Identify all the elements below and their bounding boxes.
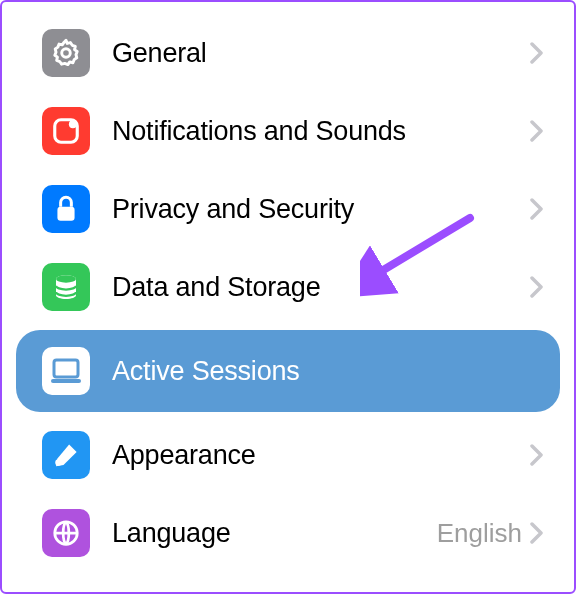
settings-panel: General Notifications and Sounds Privacy… xyxy=(0,0,576,594)
chevron-right-icon xyxy=(530,120,544,142)
globe-icon xyxy=(42,509,90,557)
svg-point-9 xyxy=(55,459,62,466)
svg-rect-3 xyxy=(57,207,74,221)
svg-point-0 xyxy=(62,49,71,58)
chevron-right-icon xyxy=(530,198,544,220)
settings-item-language[interactable]: Language English xyxy=(2,494,574,572)
settings-item-label: Privacy and Security xyxy=(112,194,530,225)
settings-item-label: Notifications and Sounds xyxy=(112,116,530,147)
lock-icon xyxy=(42,185,90,233)
laptop-icon xyxy=(42,347,90,395)
svg-rect-8 xyxy=(51,379,81,383)
database-icon xyxy=(42,263,90,311)
settings-item-notifications[interactable]: Notifications and Sounds xyxy=(2,92,574,170)
settings-item-data[interactable]: Data and Storage xyxy=(2,248,574,326)
settings-item-label: Language xyxy=(112,518,437,549)
settings-item-label: Data and Storage xyxy=(112,272,530,303)
chevron-right-icon xyxy=(530,444,544,466)
settings-item-privacy[interactable]: Privacy and Security xyxy=(2,170,574,248)
settings-item-general[interactable]: General xyxy=(2,14,574,92)
settings-item-appearance[interactable]: Appearance xyxy=(2,416,574,494)
gear-icon xyxy=(42,29,90,77)
settings-item-label: General xyxy=(112,38,530,69)
svg-point-2 xyxy=(69,120,77,128)
svg-point-5 xyxy=(56,275,76,283)
settings-item-label: Appearance xyxy=(112,440,530,471)
settings-item-label: Active Sessions xyxy=(112,356,544,387)
bell-icon xyxy=(42,107,90,155)
chevron-right-icon xyxy=(530,42,544,64)
chevron-right-icon xyxy=(530,276,544,298)
chevron-right-icon xyxy=(530,522,544,544)
settings-item-sessions[interactable]: Active Sessions xyxy=(16,330,560,412)
svg-rect-7 xyxy=(54,360,78,377)
brush-icon xyxy=(42,431,90,479)
settings-item-value: English xyxy=(437,518,522,549)
